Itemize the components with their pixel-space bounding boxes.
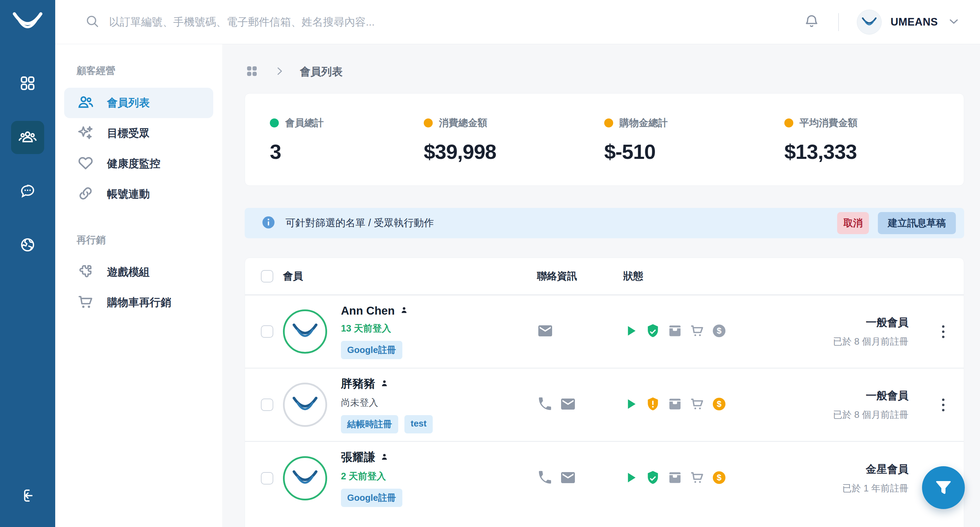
sparkles-icon [76,124,95,143]
rail-chat-button[interactable] [11,175,44,208]
stat-label: 平均消費金額 [800,117,858,129]
cancel-button[interactable]: 取消 [837,212,869,234]
info-icon [261,215,276,231]
logout-button[interactable] [11,479,44,513]
sidebar-item-label: 會員列表 [107,96,150,110]
action-banner: 可針對篩選的名單 / 受眾執行動作 取消 建立訊息草稿 [245,208,964,238]
banner-text: 可針對篩選的名單 / 受眾執行動作 [285,216,434,230]
dollar-coin-icon: $ [711,470,727,487]
email-icon[interactable] [560,470,576,487]
last-login: 2 天前登入 [341,470,515,482]
search-icon [85,14,100,30]
user-avatar [857,10,881,35]
contact-icons [537,323,623,340]
user-menu[interactable]: UMEANS [857,10,961,35]
cart-status-icon [689,470,705,487]
members-icon [76,93,95,113]
logout-icon [19,487,36,505]
wallet-box-icon [667,396,682,413]
table-row[interactable]: 張耀謙 2 天前登入 Google註冊 $ [245,442,964,515]
globe-icon [19,236,36,254]
member-name: 張耀謙 [341,450,375,465]
stat-value: $-510 [604,140,784,164]
membership-info: 一般會員 已於 8 個月前註冊 [737,388,923,421]
main-content: 會員列表 會員總計 3 消費總金額 $39,998 購物金總計 $-510 平均… [222,44,980,527]
sidenav: 顧客經營 會員列表 目標受眾 健康度監控 帳號連動 再行銷 遊戲模組 購物車再行… [55,44,222,527]
svg-text:$: $ [717,473,722,482]
sidebar-item-game-module[interactable]: 遊戲模組 [64,257,213,287]
stat-members-total: 會員總計 3 [245,94,424,185]
member-info: 張耀謙 2 天前登入 Google註冊 [341,450,515,507]
app: UMEANS 顧客經營 會員列表 目標受眾 健康度監控 帳號連動 再行銷 遊戲模… [0,0,980,527]
member-name: 胖豬豬 [341,376,375,391]
apps-grid-icon[interactable] [245,64,259,80]
custom-tag: test [404,415,433,433]
rail-apps-button[interactable] [11,67,44,100]
stat-value: $39,998 [424,140,604,164]
registered-since: 已於 8 個月前註冊 [833,335,908,348]
cart-status-icon [689,323,705,340]
play-status-icon [623,396,638,413]
nav-section-title: 再行銷 [76,233,222,247]
shield-check-icon [645,470,660,487]
table-row[interactable]: Ann Chen 13 天前登入 Google註冊 $ [245,295,964,369]
membership-info: 金星會員 已於 1 年前註冊 [737,462,923,495]
rail-members-button[interactable] [11,121,44,154]
svg-text:$: $ [717,326,722,335]
email-icon[interactable] [560,396,576,414]
person-icon [380,377,389,391]
phone-icon[interactable] [537,470,553,487]
status-icons: $ [623,470,737,487]
sidebar-item-account-link[interactable]: 帳號連動 [64,179,213,209]
topbar: UMEANS [55,0,980,44]
svg-text:$: $ [717,399,722,409]
signup-source-tag: Google註冊 [341,489,402,507]
select-all-checkbox[interactable] [261,270,273,283]
create-message-draft-button[interactable]: 建立訊息草稿 [878,212,956,234]
green-dot-icon [270,118,279,128]
column-contact: 聯絡資訊 [537,269,623,283]
stats-card: 會員總計 3 消費總金額 $39,998 購物金總計 $-510 平均消費金額 … [245,93,964,186]
person-icon [380,451,389,464]
members-table: 會員 聯絡資訊 狀態 Ann Chen 13 天前登入 Google註冊 [245,258,964,527]
row-menu-button[interactable] [939,322,948,342]
phone-icon[interactable] [537,396,553,414]
brand-logo-icon [11,10,44,34]
sidebar-item-cart-remarketing[interactable]: 購物車再行銷 [64,287,213,318]
member-info: 胖豬豬 尚未登入 結帳時註冊 test [341,376,515,433]
status-icons: $ [623,323,737,340]
stat-label: 會員總計 [285,117,324,129]
person-icon [399,304,409,317]
search-input[interactable] [109,16,627,28]
chevron-right-icon [274,65,285,78]
rail-globe-button[interactable] [11,228,44,262]
filter-icon [934,477,953,498]
sidebar-item-target-audience[interactable]: 目標受眾 [64,118,213,149]
row-checkbox[interactable] [261,399,273,411]
filter-fab[interactable] [922,466,965,509]
stat-value: $13,333 [784,140,957,164]
member-tier: 一般會員 [866,315,908,330]
breadcrumb-current: 會員列表 [300,65,343,79]
row-checkbox[interactable] [261,472,273,484]
sidebar-item-health-monitor[interactable]: 健康度監控 [64,149,213,179]
last-login: 尚未登入 [341,396,515,409]
cart-icon [76,293,95,312]
row-checkbox[interactable] [261,325,273,338]
heart-icon [76,154,95,173]
table-row[interactable]: 胖豬豬 尚未登入 結帳時註冊 test [245,369,964,442]
email-icon[interactable] [537,323,554,340]
member-info: Ann Chen 13 天前登入 Google註冊 [341,304,515,359]
chevron-down-icon [947,14,961,29]
contact-icons [537,396,623,414]
breadcrumb: 會員列表 [245,62,964,81]
stat-average-spend: 平均消費金額 $13,333 [784,94,957,185]
column-member: 會員 [283,269,515,283]
sidebar-item-label: 健康度監控 [107,157,161,171]
status-icons: $ [623,396,737,413]
membership-info: 一般會員 已於 8 個月前註冊 [737,315,923,348]
member-tier: 一般會員 [866,388,908,403]
notifications-button[interactable] [804,13,819,30]
sidebar-item-member-list[interactable]: 會員列表 [64,88,213,118]
row-menu-button[interactable] [939,395,948,415]
